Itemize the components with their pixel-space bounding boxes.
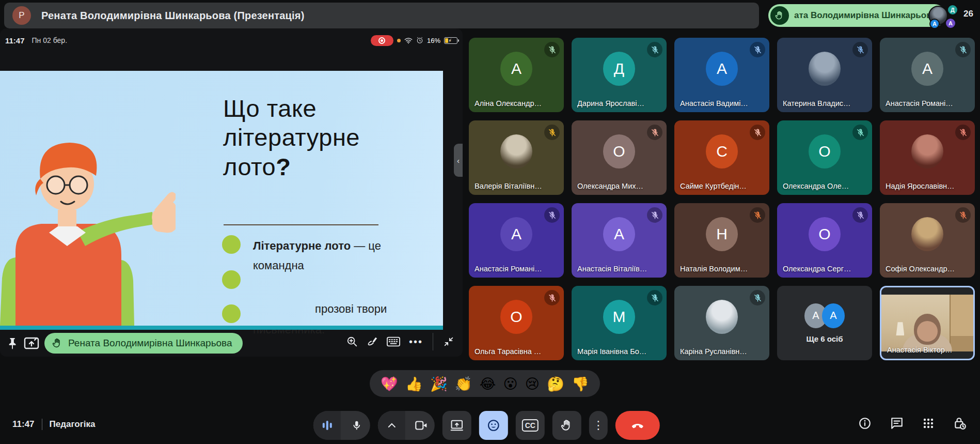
mic-off-badge — [955, 42, 971, 57]
participant-tile[interactable]: ССайме Куртбедін… — [674, 120, 769, 195]
mic-off-icon — [959, 211, 968, 220]
lock-clock-icon — [953, 417, 967, 430]
participant-tile[interactable]: ААнастасія Романі… — [469, 203, 564, 278]
end-call-button[interactable] — [615, 411, 660, 440]
avatar: Д — [947, 4, 958, 16]
participant-tile[interactable]: Катерина Владис… — [777, 38, 872, 112]
mic-button[interactable] — [313, 411, 370, 440]
participant-tile[interactable]: ААнастасія Вадимі… — [674, 38, 769, 112]
participant-name: Олександра Оле… — [783, 182, 849, 190]
annotate-pen-icon[interactable] — [367, 336, 378, 347]
battery-percent: 16% — [427, 37, 440, 44]
participant-tile[interactable]: ННаталія Володим… — [674, 203, 769, 278]
participant-tile[interactable]: ААнастасія Віталіїв… — [572, 203, 667, 278]
chat-button[interactable] — [890, 417, 904, 430]
presenter-name: Рената Володимирівна Шинкарьова — [68, 338, 232, 349]
reaction-emoji[interactable]: 👏 — [455, 377, 472, 391]
participant-tile[interactable]: ААнастасія Романі… — [880, 38, 975, 112]
camera-button[interactable] — [378, 411, 435, 440]
raised-hand-icon — [560, 419, 574, 432]
photo-avatar — [500, 134, 532, 169]
participant-tile[interactable]: Каріна Русланівн… — [674, 286, 769, 360]
audio-level-icon — [322, 421, 331, 430]
participant-name: Софія Олександр… — [886, 265, 955, 273]
meeting-name: Педагогіка — [50, 419, 96, 430]
cc-icon: CC — [522, 419, 539, 432]
participant-tile[interactable]: Надія Ярославівн… — [880, 120, 975, 195]
smiley-icon — [487, 419, 500, 432]
reaction-emoji[interactable]: 👎 — [572, 377, 589, 391]
participant-tile[interactable]: Софія Олександр… — [880, 203, 975, 278]
reactions-button[interactable] — [479, 411, 508, 440]
self-camera-video — [881, 295, 973, 351]
bottom-toolbar: 11:47 Педагогіка — [0, 407, 980, 444]
participant-name: Сайме Куртбедін… — [680, 182, 747, 190]
mic-off-icon — [856, 45, 865, 54]
presenter-name-pill[interactable]: Рената Володимирівна Шинкарьова — [44, 333, 243, 354]
mic-off-icon — [753, 128, 762, 137]
mic-icon — [343, 411, 370, 440]
camera-icon — [407, 411, 435, 440]
more-people-label: Ще 6 осіб — [806, 334, 843, 343]
mic-off-badge — [544, 125, 560, 140]
avatar: Д — [603, 52, 635, 86]
presentation-mode-icon[interactable] — [24, 337, 39, 349]
collapse-panel-tab[interactable]: ‹ — [454, 144, 463, 177]
reaction-emoji[interactable]: 🎉 — [430, 377, 448, 391]
phone-time: 11:47 — [5, 36, 25, 45]
participant-name: Каріна Русланівн… — [680, 347, 747, 356]
slide-character-illustration — [0, 123, 176, 326]
meeting-details-button[interactable] — [858, 417, 872, 430]
participant-tile[interactable]: ООлександра Серг… — [777, 203, 872, 278]
participant-tile[interactable]: ООлександра Оле… — [777, 120, 872, 195]
more-options-icon[interactable]: ••• — [409, 336, 423, 348]
activities-button[interactable] — [922, 417, 935, 430]
divider — [433, 333, 433, 350]
mic-off-badge — [750, 125, 765, 140]
participant-name: Анастасія Романі… — [475, 265, 542, 273]
zoom-in-icon[interactable] — [346, 336, 358, 347]
host-controls-button[interactable] — [953, 417, 967, 430]
participant-tile[interactable]: ААліна Олександр… — [469, 38, 564, 112]
reaction-emoji[interactable]: 👍 — [405, 377, 423, 391]
screen-record-icon — [371, 35, 393, 46]
battery-icon: ⚡ — [444, 37, 457, 44]
presentation-tile[interactable]: 11:47 Пн 02 бер. 16% ⚡ Що таке літератур… — [0, 28, 463, 357]
self-view-tile[interactable]: Анастасія Віктор… — [880, 286, 975, 360]
participant-name: Катерина Владис… — [783, 99, 851, 108]
participant-name: Аліна Олександр… — [475, 99, 542, 108]
mic-off-badge — [544, 42, 560, 57]
reaction-emoji[interactable]: 😢 — [525, 377, 540, 391]
captions-button[interactable]: CC — [516, 411, 545, 440]
raise-hand-button[interactable] — [552, 411, 581, 440]
reaction-emoji[interactable]: 😮 — [503, 377, 517, 391]
hand-raised-banner[interactable]: ата Володимирівна Шинкарьова — [768, 4, 946, 27]
participant-tile[interactable]: ООлександра Мих… — [572, 120, 667, 195]
mic-off-badge — [852, 125, 868, 140]
reaction-emoji[interactable]: 😂 — [480, 377, 496, 391]
more-options-button[interactable]: ⋮ — [589, 411, 608, 440]
participant-tile[interactable]: ООльга Тарасівна … — [469, 286, 564, 360]
reaction-emoji[interactable]: 🤔 — [547, 377, 564, 391]
clock-time: 11:47 — [12, 419, 35, 430]
end-call-icon — [630, 418, 645, 433]
keyboard-icon[interactable] — [387, 336, 400, 347]
reaction-emoji[interactable]: 💖 — [381, 377, 398, 391]
mic-off-badge — [647, 207, 662, 223]
present-now-button[interactable] — [442, 411, 471, 440]
pin-icon[interactable] — [7, 336, 19, 350]
participant-name: Наталія Володим… — [680, 265, 748, 273]
exit-fullscreen-icon[interactable] — [443, 336, 454, 347]
divider — [42, 419, 42, 430]
participant-tile[interactable]: ДДарина Ярославі… — [572, 38, 667, 112]
photo-avatar — [911, 134, 943, 169]
grid-dots-icon — [922, 417, 935, 430]
mic-off-badge — [955, 207, 971, 223]
mic-off-badge — [544, 207, 560, 223]
participant-tile[interactable]: ММарія Іванівна Бо… — [572, 286, 667, 360]
participants-avatar-cluster[interactable]: ДАА — [928, 4, 960, 30]
participant-tile[interactable]: Валерія Віталіївн… — [469, 120, 564, 195]
participant-name: Валерія Віталіївн… — [475, 182, 542, 190]
slide-bullet-2: командна — [222, 270, 304, 289]
more-people-tile[interactable]: ААЩе 6 осіб — [777, 286, 872, 360]
